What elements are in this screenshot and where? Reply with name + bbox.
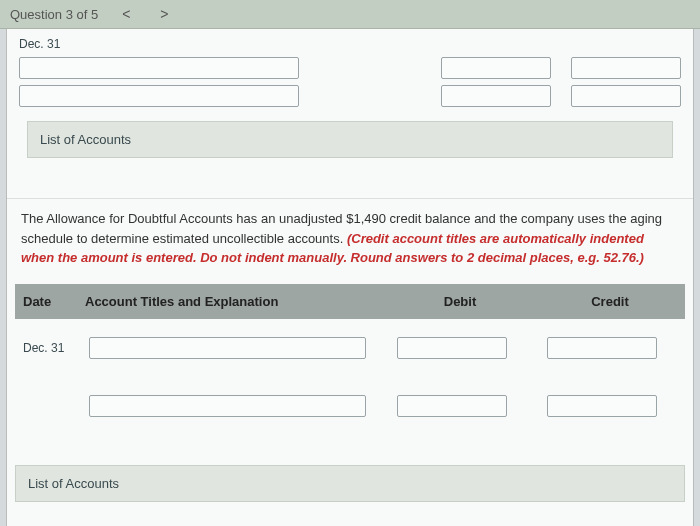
- debit-input[interactable]: [441, 57, 551, 79]
- question-indicator: Question 3 of 5: [10, 7, 98, 22]
- journal-entry-table: Date Account Titles and Explanation Debi…: [15, 284, 685, 435]
- row-date: Dec. 31: [15, 335, 77, 361]
- table-row: [15, 377, 685, 435]
- credit-input[interactable]: [571, 85, 681, 107]
- prev-input-row-1: [19, 57, 681, 79]
- header-credit: Credit: [535, 284, 685, 319]
- account-title-input[interactable]: [19, 57, 299, 79]
- credit-input[interactable]: [547, 337, 657, 359]
- table-header-row: Date Account Titles and Explanation Debi…: [15, 284, 685, 319]
- list-accounts-label: List of Accounts: [28, 476, 119, 491]
- main-content: Dec. 31 List of Accounts The Allowance f…: [6, 29, 694, 526]
- account-title-input[interactable]: [89, 395, 366, 417]
- cutoff-instruction: e Allowance for Doubtful Accounts has an…: [7, 522, 693, 527]
- list-of-accounts-button[interactable]: List of Accounts: [15, 465, 685, 502]
- credit-input[interactable]: [571, 57, 681, 79]
- credit-input[interactable]: [547, 395, 657, 417]
- account-title-input[interactable]: [89, 337, 366, 359]
- debit-input[interactable]: [441, 85, 551, 107]
- debit-input[interactable]: [397, 395, 507, 417]
- header-date: Date: [15, 284, 77, 319]
- question-nav: Question 3 of 5 < >: [0, 0, 700, 29]
- account-title-input[interactable]: [19, 85, 299, 107]
- instruction-text: The Allowance for Doubtful Accounts has …: [7, 199, 693, 284]
- prev-date-label: Dec. 31: [19, 37, 681, 51]
- previous-journal-fragment: Dec. 31 List of Accounts: [7, 29, 693, 199]
- table-row: Dec. 31: [15, 319, 685, 377]
- list-of-accounts-button[interactable]: List of Accounts: [27, 121, 673, 158]
- header-debit: Debit: [385, 284, 535, 319]
- debit-input[interactable]: [397, 337, 507, 359]
- next-question-arrow[interactable]: >: [154, 4, 174, 24]
- prev-input-row-2: [19, 85, 681, 107]
- header-title: Account Titles and Explanation: [77, 284, 385, 319]
- list-accounts-label: List of Accounts: [40, 132, 131, 147]
- prev-question-arrow[interactable]: <: [116, 4, 136, 24]
